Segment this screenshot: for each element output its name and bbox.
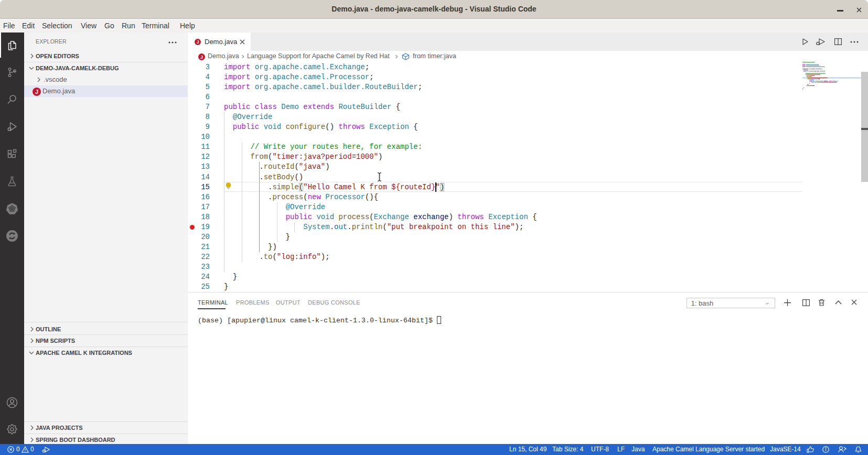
svg-text:J: J [197, 39, 199, 45]
svg-text:J: J [35, 89, 38, 95]
svg-text:J: J [200, 53, 203, 59]
